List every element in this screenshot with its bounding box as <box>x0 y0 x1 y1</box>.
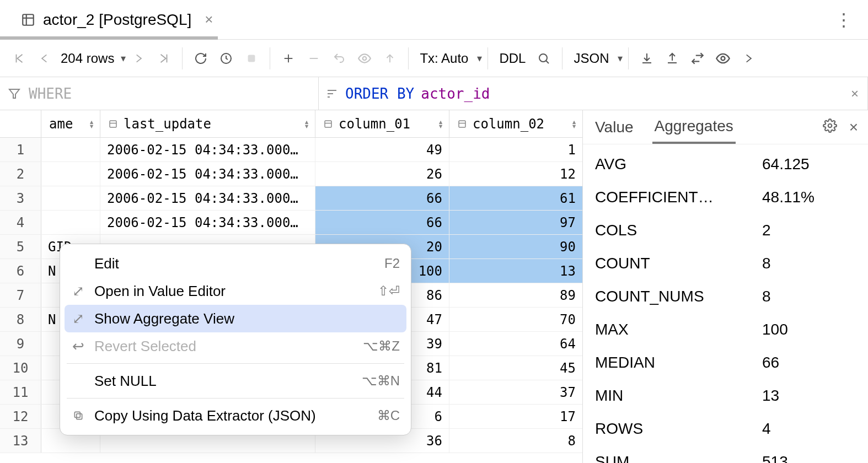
table-row[interactable]: 42006-02-15 04:34:33.0006697 <box>0 211 582 235</box>
cell-column-02[interactable]: 13 <box>449 259 583 283</box>
aggregate-row[interactable]: COUNT8 <box>583 247 868 280</box>
remove-row-button[interactable] <box>301 46 326 71</box>
cell-column-02[interactable]: 37 <box>449 380 583 404</box>
transaction-mode[interactable]: Tx: Auto <box>414 51 474 66</box>
menu-shortcut: ⇧⏎ <box>378 283 400 299</box>
preview-pending-button[interactable] <box>352 46 377 71</box>
tab-value[interactable]: Value <box>593 112 636 143</box>
more-button[interactable] <box>736 46 761 71</box>
compare-button[interactable] <box>685 46 710 71</box>
cell-ame[interactable] <box>41 186 100 210</box>
cell-column-02[interactable]: 45 <box>449 356 583 380</box>
gear-icon[interactable] <box>823 119 837 136</box>
menu-open-value-editor[interactable]: ⤢ Open in Value Editor ⇧⏎ <box>60 277 411 305</box>
aggregate-value: 513 <box>762 453 856 463</box>
menu-show-aggregate-view[interactable]: ⤢ Show Aggregate View <box>65 305 406 332</box>
aggregate-row[interactable]: SUM513 <box>583 445 868 463</box>
cell-column-02[interactable]: 61 <box>449 186 583 210</box>
menu-copy-extractor[interactable]: Copy Using Data Extractor (JSON) ⌘C <box>60 402 411 429</box>
aggregate-row[interactable]: COUNT_NUMS8 <box>583 280 868 313</box>
export-format[interactable]: JSON <box>568 51 614 66</box>
add-row-button[interactable] <box>276 46 301 71</box>
last-page-button[interactable] <box>151 46 176 71</box>
rownum-header <box>0 110 41 137</box>
editor-tab-bar: actor_2 [PostgreSQL] × ⋮ <box>0 0 868 40</box>
cell-last-update[interactable]: 2006-02-15 04:34:33.000 <box>100 186 315 210</box>
cell-last-update[interactable]: 2006-02-15 04:34:33.000 <box>100 211 315 234</box>
next-page-button[interactable] <box>126 46 151 71</box>
menu-label: Copy Using Data Extractor (JSON) <box>94 407 316 424</box>
table-icon <box>21 13 35 27</box>
aggregate-value: 8 <box>762 288 856 305</box>
row-count-label[interactable]: 204 rows <box>57 51 117 66</box>
upload-button[interactable] <box>660 46 685 71</box>
download-button[interactable] <box>634 46 660 71</box>
svg-rect-29 <box>459 121 465 127</box>
cell-column-01[interactable]: 66 <box>315 211 449 234</box>
orderby-filter[interactable]: ORDER BY actor_id × <box>319 77 868 110</box>
aggregate-row[interactable]: AVG64.125 <box>583 148 868 181</box>
cell-last-update[interactable]: 2006-02-15 04:34:33.000 <box>100 138 315 161</box>
cell-column-02[interactable]: 64 <box>449 332 583 356</box>
table-row[interactable]: 12006-02-15 04:34:33.000491 <box>0 138 582 162</box>
first-page-button[interactable] <box>7 46 32 71</box>
cell-column-01[interactable]: 26 <box>315 162 449 186</box>
cell-column-01[interactable]: 66 <box>315 186 449 210</box>
aggregate-name: SUM <box>595 453 762 463</box>
menu-edit[interactable]: Edit F2 <box>60 250 411 277</box>
aggregate-row[interactable]: MAX100 <box>583 313 868 346</box>
schedule-button[interactable] <box>213 46 239 71</box>
table-row[interactable]: 32006-02-15 04:34:33.0006661 <box>0 186 582 211</box>
column-header-column-02[interactable]: column_02 ▴▾ <box>449 110 583 137</box>
cell-ame[interactable] <box>41 211 100 234</box>
prev-page-button[interactable] <box>32 46 57 71</box>
cell-column-01[interactable]: 49 <box>315 138 449 161</box>
aggregate-row[interactable]: COEFFICIENT…48.11% <box>583 181 868 214</box>
submit-button[interactable] <box>377 46 403 71</box>
column-header-ame[interactable]: ame ▴▾ <box>41 110 100 137</box>
close-icon[interactable]: × <box>851 86 859 101</box>
orderby-expression: actor_id <box>421 85 490 102</box>
cell-column-02[interactable]: 17 <box>449 405 583 428</box>
filter-icon <box>8 87 21 100</box>
where-filter[interactable]: WHERE <box>0 77 319 110</box>
cell-column-02[interactable]: 90 <box>449 235 583 259</box>
cell-ame[interactable] <box>41 162 100 186</box>
cell-column-02[interactable]: 70 <box>449 308 583 331</box>
cell-column-02[interactable]: 1 <box>449 138 583 161</box>
aggregate-name: COUNT_NUMS <box>595 288 762 305</box>
cell-ame[interactable] <box>41 138 100 161</box>
column-header-last-update[interactable]: last_update ▴▾ <box>100 110 315 137</box>
aggregate-name: MEDIAN <box>595 354 762 372</box>
aggregate-value: 100 <box>762 321 856 338</box>
tab-aggregates[interactable]: Aggregates <box>652 111 736 144</box>
search-button[interactable] <box>531 46 556 71</box>
revert-button[interactable] <box>326 46 352 71</box>
kebab-menu-icon[interactable]: ⋮ <box>835 10 853 30</box>
cell-column-02[interactable]: 97 <box>449 211 583 234</box>
menu-separator <box>67 363 404 364</box>
table-row[interactable]: 22006-02-15 04:34:33.0002612 <box>0 162 582 186</box>
data-toolbar: 204 rows ▾ Tx: Auto▾ DDL JSON▾ <box>0 40 868 77</box>
ddl-button[interactable]: DDL <box>494 51 531 66</box>
view-button[interactable] <box>710 46 736 71</box>
aggregate-value: 2 <box>762 222 856 239</box>
editor-tab[interactable]: actor_2 [PostgreSQL] × <box>11 0 223 39</box>
cell-column-02[interactable]: 12 <box>449 162 583 186</box>
column-header-column-01[interactable]: column_01 ▴▾ <box>315 110 449 137</box>
close-icon[interactable]: × <box>205 11 213 28</box>
cell-column-02[interactable]: 89 <box>449 283 583 307</box>
cell-last-update[interactable]: 2006-02-15 04:34:33.000 <box>100 162 315 186</box>
menu-set-null[interactable]: Set NULL ⌥⌘N <box>60 367 411 395</box>
row-number: 5 <box>0 235 41 259</box>
aggregate-row[interactable]: COLS2 <box>583 214 868 247</box>
aggregate-name: ROWS <box>595 420 762 438</box>
stop-button[interactable] <box>239 46 264 71</box>
close-icon[interactable]: × <box>849 119 858 136</box>
aggregate-row[interactable]: ROWS4 <box>583 412 868 445</box>
cell-column-02[interactable]: 8 <box>449 429 583 453</box>
aggregate-row[interactable]: MIN13 <box>583 379 868 412</box>
sort-icon: ▴▾ <box>438 120 443 128</box>
aggregate-row[interactable]: MEDIAN66 <box>583 346 868 379</box>
reload-button[interactable] <box>188 46 213 71</box>
